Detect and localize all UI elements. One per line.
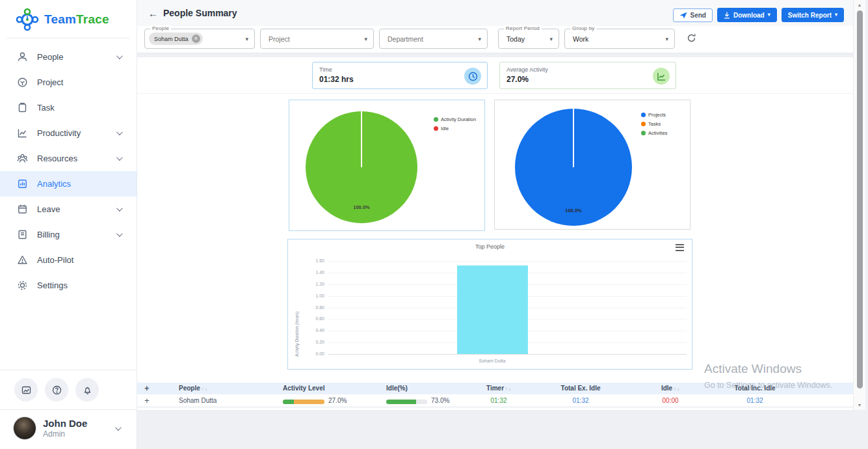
scrollbar-thumb[interactable]	[857, 10, 863, 388]
help-button[interactable]	[45, 378, 68, 401]
sidebar-item-analytics[interactable]: Analytics	[0, 171, 137, 197]
cell-total-ex-idle: 01:32	[558, 397, 603, 404]
cell-name: Soham Dutta	[179, 397, 217, 404]
user-menu[interactable]: John Doe Admin	[0, 409, 137, 449]
sort-icons[interactable]: ↑ ↓	[674, 387, 679, 391]
sidebar-item-label: Productivity	[37, 128, 81, 138]
billing-icon	[17, 229, 28, 240]
chevron-down-icon	[116, 205, 123, 211]
group-by-filter[interactable]: Group by Work ▾	[564, 29, 675, 49]
project-filter[interactable]: Project ▾	[260, 29, 374, 49]
pie-data-label: 100.0%	[557, 208, 590, 213]
legend-item-idle[interactable]: Idle	[434, 126, 476, 131]
department-filter[interactable]: Department ▾	[379, 29, 488, 49]
chip-close-icon[interactable]: ×	[192, 34, 200, 43]
y-tick: 0.40	[302, 328, 324, 333]
brand-logo[interactable]: TeamTrace	[0, 0, 137, 38]
activate-windows-watermark: Activate Windows	[704, 362, 802, 376]
y-tick: 0.00	[302, 351, 324, 356]
col-people[interactable]: People↑ ↓	[179, 385, 207, 392]
expand-row-button[interactable]: +	[144, 396, 150, 405]
back-arrow-icon[interactable]: ←	[148, 8, 158, 19]
legend-item-projects[interactable]: Projects	[641, 112, 668, 118]
pie-data-label: 100.0%	[345, 204, 378, 210]
time-value: 01:32 hrs	[319, 75, 354, 84]
report-period-label: Report Period	[504, 25, 542, 31]
legend-item-activities[interactable]: Activities	[641, 130, 668, 136]
legend-item-tasks[interactable]: Tasks	[641, 121, 668, 127]
avatar	[13, 416, 36, 440]
y-tick: 1.40	[302, 270, 324, 275]
chevron-down-icon	[115, 424, 122, 431]
notifications-button[interactable]	[75, 378, 99, 401]
sort-icons[interactable]: ↑ ↓	[202, 387, 207, 391]
activity-chart-icon	[653, 68, 670, 85]
refresh-icon[interactable]	[687, 33, 696, 43]
cell-timer: 01:32	[476, 397, 521, 404]
sidebar-item-label: Analytics	[37, 179, 71, 189]
department-filter-placeholder: Department	[380, 35, 423, 43]
download-button[interactable]: Download ▾	[717, 8, 777, 22]
pie-slice-divider	[361, 111, 362, 167]
col-idle[interactable]: Idle↑ ↓	[648, 385, 693, 392]
legend-item-activity-duration[interactable]: Activity Duration	[434, 116, 476, 122]
project-filter-placeholder: Project	[261, 35, 290, 43]
report-period-value: Today	[499, 35, 525, 43]
work-breakdown-pie-chart: 100.0% Projects Tasks Activities	[494, 100, 690, 230]
expand-all-button[interactable]: +	[144, 384, 150, 392]
sidebar-item-label: Project	[37, 77, 63, 87]
col-total-ex-idle: Total Ex. Idle	[558, 385, 603, 392]
people-filter-label: People	[150, 25, 171, 31]
vertical-scrollbar[interactable]: ▲ ▼	[853, 0, 865, 410]
cell-idle-pct: 73.0%	[431, 397, 449, 404]
activate-windows-watermark-sub: Go to Settings to activate Windows.	[704, 381, 832, 390]
legend-dot-green	[641, 131, 646, 135]
sidebar-item-label: People	[37, 52, 63, 62]
scroll-down-icon[interactable]: ▼	[854, 403, 865, 407]
caret-down-icon: ▾	[478, 36, 481, 42]
sidebar-item-auto-pilot[interactable]: Auto-Pilot	[0, 247, 137, 273]
filter-bar: People Soham Dutta × ▾ Project ▾ Departm…	[137, 26, 853, 53]
people-icon	[17, 51, 28, 62]
report-period-filter[interactable]: Report Period Today ▾	[498, 29, 559, 49]
autopilot-icon	[17, 254, 28, 265]
download-icon	[724, 12, 730, 19]
cell-activity-pct: 27.0%	[328, 397, 347, 404]
sidebar-item-leave[interactable]: Leave	[0, 197, 137, 222]
sidebar-item-people[interactable]: People	[0, 44, 137, 70]
section-divider	[137, 93, 853, 94]
average-activity-stat-card: Average Activity 27.0%	[499, 62, 676, 89]
caret-down-icon: ▾	[364, 36, 367, 42]
resources-icon	[17, 153, 28, 164]
chart-menu-icon[interactable]	[676, 242, 684, 252]
sidebar-item-task[interactable]: Task	[0, 95, 137, 120]
x-category-label: Soham Dutta	[460, 359, 525, 363]
sidebar-item-resources[interactable]: Resources	[0, 146, 137, 171]
sidebar: TeamTrace People Project Task Productivi…	[0, 0, 137, 449]
col-timer[interactable]: Timer↑ ↓	[476, 385, 521, 392]
activity-level-bar	[283, 400, 324, 404]
cell-total-inc-idle: 01:32	[732, 397, 778, 404]
task-icon	[17, 102, 28, 113]
sidebar-item-label: Settings	[37, 280, 68, 290]
sidebar-item-settings[interactable]: Settings	[0, 273, 137, 298]
top-people-bar-chart: Top People Activity Duration (hours) 0.0…	[287, 239, 692, 370]
sidebar-item-project[interactable]: Project	[0, 70, 137, 95]
sort-icons[interactable]: ↑ ↓	[505, 387, 511, 391]
productivity-icon	[17, 128, 28, 139]
people-chip: Soham Dutta ×	[149, 33, 203, 45]
pie1-legend: Activity Duration Idle	[434, 116, 476, 131]
sidebar-item-billing[interactable]: Billing	[0, 222, 137, 247]
switch-report-button[interactable]: Switch Report ▾	[782, 8, 844, 22]
people-filter[interactable]: People Soham Dutta × ▾	[144, 29, 255, 49]
legend-dot-orange	[641, 122, 646, 126]
sidebar-item-productivity[interactable]: Productivity	[0, 120, 137, 146]
sidebar-item-label: Leave	[37, 204, 60, 214]
screenshot-button[interactable]	[14, 378, 38, 401]
send-button[interactable]: Send	[673, 8, 713, 22]
average-activity-label: Average Activity	[506, 66, 548, 73]
sidebar-item-label: Resources	[37, 154, 77, 163]
sidebar-item-label: Task	[37, 103, 55, 113]
scroll-up-icon[interactable]: ▲	[854, 3, 865, 7]
chevron-down-icon	[116, 53, 123, 59]
